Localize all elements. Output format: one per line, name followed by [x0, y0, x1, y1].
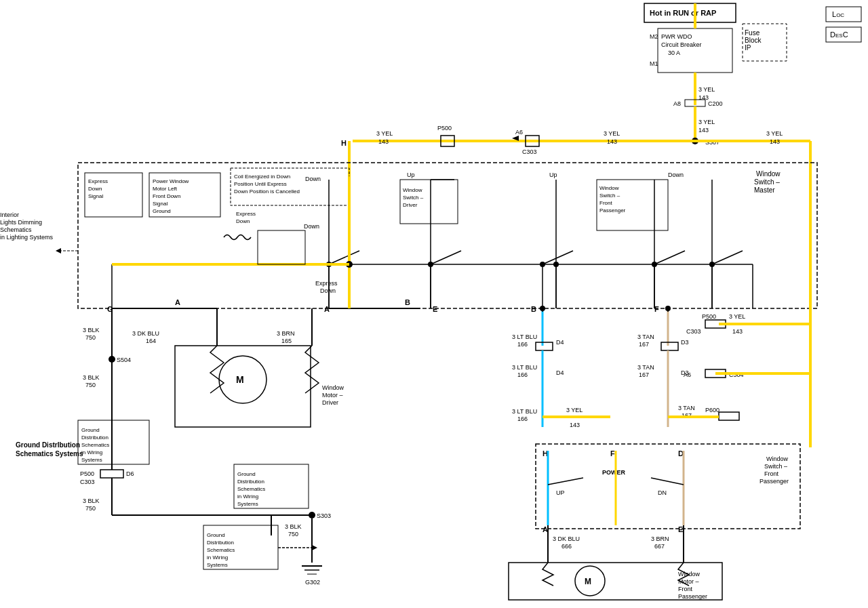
hot-in-run-label: Hot in RUN or RAP — [650, 9, 716, 17]
win-switch-front-pass-label4: Passenger — [599, 207, 626, 214]
pwr-window-motor-label3: Front Down — [153, 193, 180, 199]
wire-750-g: 750 — [85, 334, 96, 341]
wire-143-a6: 143 — [607, 138, 617, 145]
wire-3ltblu-166-b: 3 LT BLU — [512, 333, 537, 340]
wire-143-h: 143 — [378, 138, 389, 145]
diagram-container: Hot in RUN or RAP Fuse Block IP LOC DESC… — [0, 0, 868, 608]
desc-label: DESC — [830, 31, 848, 39]
svg-rect-48 — [536, 342, 553, 350]
c303-right-label: C303 — [686, 328, 701, 335]
interior-lights-label4: in Lighting Systems — [0, 234, 54, 241]
wire-3yel-143-top: 3 YEL — [698, 86, 715, 93]
window-switch-master-label: Window — [756, 170, 781, 178]
gnd-dist-3-label: Ground — [207, 532, 225, 538]
win-motor-fp-label3: Front — [678, 586, 693, 592]
window-motor-driver-label3: Driver — [322, 399, 338, 406]
gnd-dist-3-label2: Distribution — [207, 540, 234, 546]
p600-label: P600 — [705, 407, 719, 413]
svg-line-68 — [651, 478, 684, 485]
svg-marker-24 — [56, 248, 61, 254]
wiring-diagram: Hot in RUN or RAP Fuse Block IP LOC DESC… — [0, 0, 868, 608]
up-label: UP — [556, 489, 565, 496]
fuse-block-label2: Block — [745, 37, 762, 44]
svg-rect-29 — [100, 470, 123, 478]
gnd-dist-1-label4: in Wiring — [81, 449, 102, 455]
dn-label: DN — [658, 489, 667, 496]
f-node-label: F — [654, 305, 659, 313]
win-switch-fp-label2: Switch – — [764, 463, 787, 470]
gnd-dist-2-label: Ground — [237, 471, 256, 477]
wire-3ltblu-166-mid: 3 LT BLU — [512, 364, 537, 371]
express-down-label: Express — [315, 280, 338, 287]
down1-label: Down — [305, 176, 321, 182]
wire-750-bot: 750 — [85, 505, 96, 512]
b-node-label: B — [531, 305, 536, 313]
svg-rect-43 — [175, 346, 311, 427]
a6-c304-label: A6 — [684, 371, 691, 378]
express-down-relay-label2: Down — [236, 218, 250, 224]
wire-3ltblu-166-bot: 3 LT BLU — [512, 408, 537, 415]
svg-marker-75 — [312, 545, 317, 550]
wire-143-2: 143 — [698, 127, 709, 134]
pwr-window-motor-label2: Motor Left — [153, 186, 178, 192]
interior-lights-label2: Lights Dimming — [0, 219, 42, 226]
c200-label: C200 — [708, 100, 723, 107]
svg-point-96 — [553, 262, 559, 267]
win-switch-fp-label4: Passenger — [760, 478, 789, 485]
svg-point-80 — [665, 306, 671, 311]
up3-label: Up — [549, 171, 557, 178]
wire-3brn-667: 3 BRN — [651, 535, 669, 542]
wire-750-s504: 750 — [85, 382, 96, 388]
express-down-label2: Down — [320, 287, 336, 294]
wire-3yel-143-2: 3 YEL — [698, 119, 715, 125]
wire-3blk-750-s303: 3 BLK — [285, 523, 302, 530]
h-node-label: H — [341, 139, 347, 147]
fuse-block-label3: IP — [745, 44, 751, 52]
express-down-relay-label: Express — [236, 211, 256, 217]
win-switch-front-pass-label3: Front — [599, 200, 612, 206]
window-switch-master-label3: Master — [754, 186, 775, 194]
e-node-label: E — [433, 305, 437, 313]
wire-3blk-750-bot: 3 BLK — [83, 498, 100, 504]
win-switch-fp-label3: Front — [764, 470, 779, 477]
gnd-dist-3-label5: Systems — [207, 562, 228, 568]
gnd-dist-systems-label2: Schematics Systems — [16, 450, 83, 458]
wire-3yel-a6: 3 YEL — [604, 130, 620, 137]
express-down-signal-label: Express — [88, 178, 108, 184]
svg-rect-51 — [661, 342, 678, 350]
wire-3dkblu-666: 3 DK BLU — [553, 535, 580, 542]
coil-text-label: Coil Energized in Down — [234, 174, 290, 180]
wire-3tan-167-bot: 3 TAN — [678, 405, 695, 411]
window-motor-driver-label2: Motor – — [322, 392, 343, 399]
ground-label-inner: Ground — [153, 208, 171, 214]
wire-166-mid: 166 — [517, 371, 528, 378]
gnd-dist-3-label4: in Wiring — [207, 554, 228, 561]
wire-667: 667 — [654, 543, 665, 550]
m1-label: M1 — [650, 60, 658, 67]
g302-label: G302 — [305, 579, 320, 586]
svg-point-26 — [108, 356, 115, 363]
gnd-dist-systems-label: Ground DistrIbution — [16, 441, 80, 449]
a8-label: A8 — [673, 100, 681, 107]
gnd-dist-2-label5: Systems — [237, 501, 258, 507]
window-switch-driver-label3: Driver — [403, 202, 418, 208]
s504-label: S504 — [117, 357, 131, 363]
p500-top-label: P500 — [437, 125, 452, 131]
window-switch-master-label2: Switch – — [754, 178, 780, 186]
gnd-dist-1-label3: Schematics — [81, 442, 109, 448]
svg-line-67 — [548, 478, 583, 485]
window-switch-driver-label: Window — [403, 187, 422, 193]
gnd-dist-1-label2: Distribution — [81, 434, 108, 441]
pwr-window-motor-label: Power Window — [153, 178, 189, 184]
wire-167-mid: 167 — [639, 371, 649, 378]
express-down-signal-label3: Signal — [88, 193, 103, 199]
b-motor-left-label: B — [405, 298, 410, 306]
svg-line-106 — [712, 251, 743, 264]
svg-rect-61 — [719, 412, 739, 420]
a6-label-top: A6 — [515, 129, 523, 136]
wire-143-p600: 143 — [570, 422, 580, 428]
d3-label-top: D3 — [681, 339, 689, 346]
svg-line-103 — [431, 251, 461, 264]
wire-750-s303: 750 — [288, 531, 298, 538]
gnd-dist-1-label: Ground — [81, 427, 100, 433]
